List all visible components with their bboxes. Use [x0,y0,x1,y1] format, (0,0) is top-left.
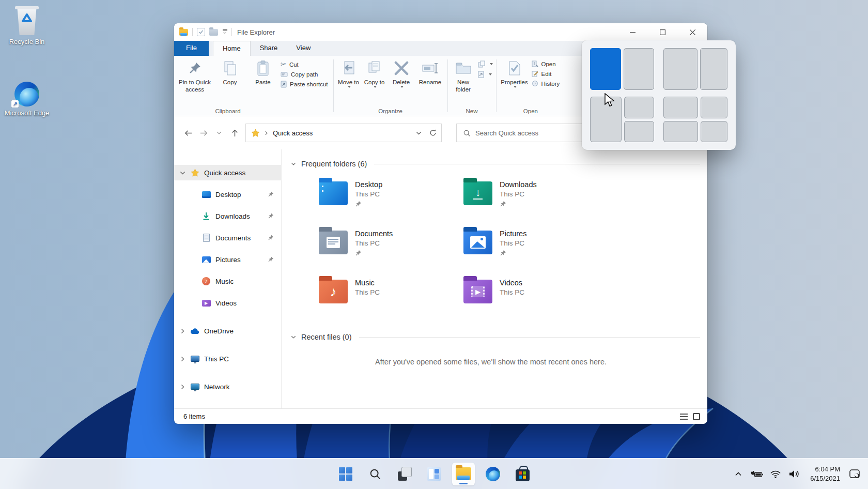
copy-to-button[interactable]: Copy to [362,57,388,108]
file-explorer-taskbar-button[interactable] [452,463,475,485]
edge-taskbar-button[interactable] [482,463,504,485]
snap-cell[interactable] [701,97,727,118]
snap-cell[interactable] [624,48,655,90]
taskbar-search-button[interactable] [364,463,386,485]
sidebar-item-desktop[interactable]: Desktop [174,187,281,202]
back-button[interactable] [180,125,196,141]
group-label-new: New [450,108,494,116]
chevron-right-icon[interactable] [179,356,188,362]
breadcrumb[interactable]: Quick access [273,129,313,137]
snap-layout-two-unequal [663,48,727,90]
details-view-button[interactable] [680,414,688,420]
tab-home[interactable]: Home [213,41,251,56]
properties-button[interactable]: Properties [499,57,531,108]
snap-cell[interactable] [663,121,698,143]
paste-shortcut-button[interactable]: Paste shortcut [281,81,328,88]
easy-access-button[interactable] [478,71,493,78]
copy-path-button[interactable]: Copy path [281,71,328,78]
new-folder-button[interactable]: New folder [450,57,477,108]
edit-button[interactable]: Edit [532,70,560,77]
sidebar-item-documents[interactable]: Documents [174,230,281,246]
chevron-right-icon[interactable] [179,384,188,390]
chevron-down-icon[interactable] [179,170,188,176]
sidebar-item-onedrive[interactable]: OneDrive [174,323,281,339]
titlebar[interactable]: File Explorer [174,23,707,41]
dropdown-caret [490,63,493,65]
move-to-button[interactable]: Move to [336,57,362,108]
dropdown-caret [489,73,492,75]
notification-center-button[interactable] [847,465,863,483]
task-view-button[interactable] [393,463,416,485]
properties-quick-icon[interactable] [197,28,205,36]
snap-cell[interactable] [701,121,727,143]
battery-icon[interactable] [749,465,765,483]
folder-tile-desktop[interactable]: Desktop This PC [319,177,463,226]
sidebar-item-pictures[interactable]: Pictures [174,252,281,267]
open-button[interactable]: Open [532,60,560,67]
sidebar-item-videos[interactable]: ▶ Videos [174,295,281,311]
sidebar-item-quick-access[interactable]: Quick access [174,165,281,180]
chevron-down-icon [290,334,297,340]
tab-file[interactable]: File [174,41,209,56]
maximize-button[interactable] [647,23,677,41]
start-button[interactable] [334,463,357,485]
new-folder-quick-icon[interactable] [209,29,218,36]
downloads-folder-icon: ↓ [463,181,492,205]
chevron-right-icon[interactable] [179,328,188,334]
folder-tile-videos[interactable]: ▶ Videos This PC [463,276,608,325]
dropdown-caret [514,86,517,88]
folder-tile-documents[interactable]: Documents This PC [319,226,463,276]
desktop-icon-label: Recycle Bin [3,38,51,47]
group-label-open: Open [499,108,563,116]
address-bar[interactable]: Quick access [245,124,442,142]
desktop-icon-microsoft-edge[interactable]: ↗ Microsoft Edge [3,77,51,118]
snap-cell-active[interactable] [590,48,621,90]
widgets-button[interactable] [423,463,445,485]
address-dropdown-chevron[interactable] [415,130,422,136]
tab-share[interactable]: Share [251,41,287,56]
sidebar-item-network[interactable]: Network [174,379,281,394]
wifi-icon[interactable] [768,465,783,483]
folder-tile-pictures[interactable]: Pictures This PC [463,226,608,276]
refresh-icon[interactable] [429,129,437,137]
customize-toolbar-icon[interactable] [222,29,227,35]
microsoft-store-button[interactable] [511,463,534,485]
paste-button[interactable]: Paste [246,57,280,108]
pin-to-quick-access-button[interactable]: Pin to Quick access [176,57,213,108]
sidebar-item-downloads[interactable]: Downloads [174,208,281,224]
dropdown-caret [400,86,404,88]
large-icons-view-button[interactable] [693,413,700,420]
recycle-bin-icon [3,5,51,35]
snap-cell[interactable] [663,48,698,90]
snap-cell[interactable] [663,97,698,118]
forward-button[interactable] [196,125,211,141]
copy-button[interactable]: Copy [213,57,246,108]
folder-tile-music[interactable]: ♪ Music This PC [319,276,463,325]
delete-button[interactable]: Delete [388,57,415,108]
snap-cell[interactable] [624,121,655,143]
snap-cell[interactable] [700,48,727,90]
recent-files-header[interactable]: Recent files (0) [290,332,700,342]
taskbar-clock[interactable]: 6:04 PM 6/15/2021 [810,465,840,483]
ribbon-group-clipboard: Pin to Quick access Copy Paste Clipboard [176,57,280,116]
history-button[interactable]: History [532,80,560,87]
close-button[interactable] [677,23,707,41]
snap-cell[interactable] [624,97,655,118]
cut-button[interactable]: ✂ Cut [281,60,328,68]
show-hidden-icons-button[interactable] [731,465,746,483]
sidebar-item-this-pc[interactable]: This PC [174,351,281,366]
volume-icon[interactable] [786,465,802,483]
windows-logo-icon [339,467,352,481]
tab-view[interactable]: View [287,41,320,56]
recent-locations-chevron[interactable] [211,125,227,141]
rename-button[interactable]: Rename [415,57,445,108]
paste-shortcut-icon [281,81,287,88]
frequent-folders-header[interactable]: Frequent folders (6) [290,159,700,169]
edge-icon: ↗ [3,77,51,106]
new-item-button[interactable] [478,60,493,68]
folder-tile-downloads[interactable]: ↓ Downloads This PC [463,177,608,226]
sidebar-item-music[interactable]: ♪ Music [174,273,281,289]
up-button[interactable] [227,125,242,141]
desktop-icon-recycle-bin[interactable]: Recycle Bin [3,5,51,47]
minimize-button[interactable] [617,23,647,41]
